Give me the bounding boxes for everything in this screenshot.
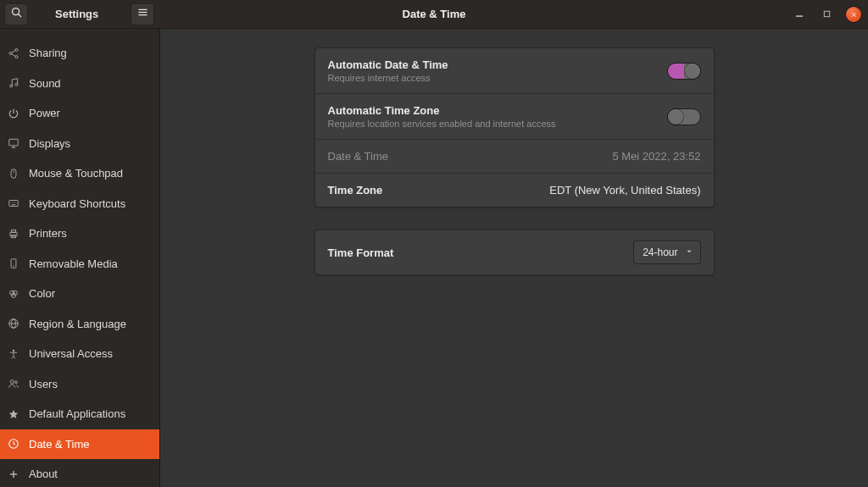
titlebar: Settings Date & Time <box>0 0 868 29</box>
sidebar-item-default-applications[interactable]: Default Applications <box>0 399 159 429</box>
sidebar-item-sound[interactable]: Sound <box>0 69 159 99</box>
automatic-date-time-label: Automatic Date & Time <box>328 58 448 71</box>
sidebar-item-users[interactable]: Users <box>0 369 159 400</box>
mouse-icon <box>7 167 20 180</box>
automatic-time-zone-subtitle: Requires location services enabled and i… <box>328 119 556 129</box>
sidebar-item-region-language[interactable]: Region & Language <box>0 309 159 340</box>
sidebar-item-label: Displays <box>29 137 70 150</box>
sidebar-item-label: Users <box>29 378 58 390</box>
window-maximize-button[interactable] <box>819 7 834 22</box>
share-icon <box>7 47 20 60</box>
sidebar-item-label: Color <box>29 287 55 300</box>
time-zone-label: Time Zone <box>328 184 383 196</box>
star-icon <box>7 407 20 421</box>
sidebar[interactable]: SharingSoundPowerDisplaysMouse & Touchpa… <box>0 29 160 487</box>
display-icon <box>7 136 20 150</box>
toggle-knob <box>668 109 683 125</box>
automatic-date-time-subtitle: Requires internet access <box>328 73 448 83</box>
drive-icon <box>7 257 20 270</box>
search-icon <box>10 6 23 22</box>
automatic-time-zone-label: Automatic Time Zone <box>328 104 556 117</box>
access-icon <box>7 347 20 361</box>
sidebar-item-mouse-touchpad[interactable]: Mouse & Touchpad <box>0 158 159 189</box>
automatic-time-zone-toggle[interactable] <box>667 108 701 125</box>
automatic-date-time-toggle[interactable] <box>667 63 701 80</box>
minimize-icon <box>793 7 805 22</box>
sidebar-item-label: Date & Time <box>29 438 90 451</box>
time-format-row: Time Format 24-hour <box>315 230 714 274</box>
page-title: Date & Time <box>403 8 466 20</box>
sidebar-item-label: Mouse & Touchpad <box>29 167 123 180</box>
sidebar-item-keyboard-shortcuts[interactable]: Keyboard Shortcuts <box>0 189 159 219</box>
hamburger-menu-button[interactable] <box>131 3 154 25</box>
sidebar-item-label: Sound <box>29 77 61 90</box>
window-close-button[interactable] <box>846 7 861 22</box>
window-minimize-button[interactable] <box>792 7 807 22</box>
maximize-icon <box>822 7 832 22</box>
time-format-label: Time Format <box>328 246 394 259</box>
sidebar-item-about[interactable]: About <box>0 459 159 487</box>
keyboard-icon <box>7 196 20 210</box>
sidebar-item-label: Universal Access <box>29 347 113 360</box>
automatic-date-time-row[interactable]: Automatic Date & Time Requires internet … <box>315 48 714 93</box>
close-icon <box>850 7 858 22</box>
users-icon <box>7 377 20 390</box>
menu-icon <box>136 6 149 22</box>
plus-icon <box>7 468 20 481</box>
sidebar-item-power[interactable]: Power <box>0 98 159 129</box>
automatic-time-zone-row[interactable]: Automatic Time Zone Requires location se… <box>315 93 714 139</box>
sidebar-item-sharing[interactable]: Sharing <box>0 38 159 69</box>
date-time-row[interactable]: Date & Time 5 Mei 2022, 23:52 <box>315 139 714 173</box>
time-format-select[interactable]: 24-hour <box>633 241 700 264</box>
chevron-down-icon <box>685 246 693 258</box>
clock-icon <box>7 437 20 451</box>
main-content: Automatic Date & Time Requires internet … <box>160 29 868 487</box>
sidebar-item-printers[interactable]: Printers <box>0 219 159 249</box>
color-icon <box>7 287 20 301</box>
time-format-value: 24-hour <box>643 246 677 258</box>
time-format-card: Time Format 24-hour <box>314 230 715 275</box>
globe-icon <box>7 317 20 330</box>
time-zone-row[interactable]: Time Zone EDT (New York, United States) <box>315 173 714 207</box>
sidebar-item-label: Removable Media <box>29 257 118 270</box>
sidebar-item-color[interactable]: Color <box>0 279 159 309</box>
music-icon <box>7 76 20 90</box>
sidebar-item-date-time[interactable]: Date & Time <box>0 429 159 460</box>
sidebar-item-label: Default Applications <box>29 407 125 420</box>
sidebar-item-label: Keyboard Shortcuts <box>29 197 125 210</box>
sidebar-item-label: About <box>29 468 58 480</box>
sidebar-item-displays[interactable]: Displays <box>0 129 159 159</box>
sidebar-item-removable-media[interactable]: Removable Media <box>0 249 159 279</box>
time-zone-value: EDT (New York, United States) <box>549 184 700 196</box>
sidebar-item-label: Sharing <box>29 47 67 59</box>
sidebar-item-universal-access[interactable]: Universal Access <box>0 339 159 369</box>
sidebar-item-label: Region & Language <box>29 318 126 330</box>
sidebar-item-label: Power <box>29 107 60 119</box>
app-title: Settings <box>55 8 98 20</box>
printer-icon <box>7 227 20 241</box>
datetime-settings-card: Automatic Date & Time Requires internet … <box>314 47 715 208</box>
search-button[interactable] <box>4 3 28 25</box>
sidebar-item-label: Printers <box>29 227 67 240</box>
date-time-label: Date & Time <box>328 150 389 163</box>
date-time-value: 5 Mei 2022, 23:52 <box>612 150 700 163</box>
toggle-knob <box>685 64 700 79</box>
power-icon <box>7 107 20 120</box>
